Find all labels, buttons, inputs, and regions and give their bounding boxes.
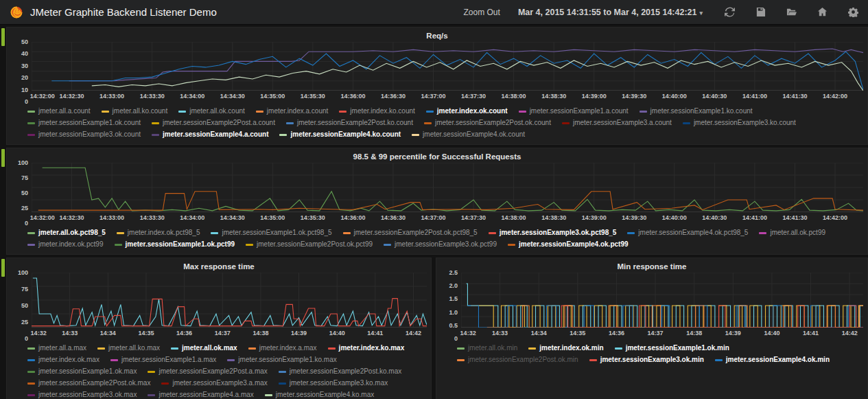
legend-series-marker — [384, 244, 391, 246]
y-axis-tick-label: 0 — [25, 220, 28, 227]
legend-item[interactable]: jmeter.sessionExample1.ok.min — [615, 344, 729, 352]
legend-item[interactable]: jmeter.sessionExample2Post.ok.min — [457, 356, 578, 364]
legend-item[interactable]: jmeter.all.ok.min — [457, 344, 517, 352]
legend-item[interactable]: jmeter.sessionExample1.a.max — [110, 356, 216, 364]
legend-series-marker — [148, 394, 155, 396]
legend-item[interactable]: jmeter.sessionExample3.a.max — [161, 379, 267, 387]
y-axis-tick-label: 30 — [21, 62, 28, 69]
legend-item[interactable]: jmeter.sessionExample1.a.count — [519, 107, 629, 115]
legend-item[interactable]: jmeter.all.ok.pct98_5 — [27, 229, 106, 237]
legend-item[interactable]: jmeter.sessionExample2Post.ok.pct98_5 — [343, 229, 478, 237]
legend-item[interactable]: jmeter.sessionExample1.ko.count — [640, 107, 753, 115]
x-axis-tick-label: 14:36 — [609, 330, 624, 337]
legend-item[interactable]: jmeter.sessionExample1.ok.pct98_5 — [211, 229, 331, 237]
legend-series-marker — [148, 371, 155, 373]
legend-series-label: jmeter.sessionExample2Post.ok.count — [435, 119, 551, 127]
panel-title[interactable]: Min response time — [441, 260, 863, 273]
legend-item[interactable]: jmeter.sessionExample2Post.ko.max — [279, 367, 401, 376]
x-axis-tick-label: 14:37 — [215, 330, 231, 337]
refresh-icon[interactable] — [725, 7, 735, 17]
legend-item[interactable]: jmeter.sessionExample3.a.count — [562, 119, 672, 127]
legend-item[interactable]: jmeter.sessionExample3.ko.max — [279, 379, 388, 387]
legend-item[interactable]: jmeter.all.ko.count — [102, 107, 168, 115]
plot-area[interactable] — [32, 273, 427, 328]
x-axis-tick-label: 14:38:30 — [541, 93, 566, 100]
legend-item[interactable]: jmeter.sessionExample3.ok.pct99 — [384, 240, 497, 249]
legend-item[interactable]: jmeter.sessionExample3.ko.count — [683, 119, 796, 127]
legend-item[interactable]: jmeter.all.ok.max — [171, 344, 237, 352]
y-axis: 0255075100 — [11, 273, 32, 339]
settings-icon[interactable] — [848, 7, 858, 17]
legend-item[interactable]: jmeter.index.a.count — [256, 107, 329, 115]
legend-item[interactable]: jmeter.all.ko.max — [97, 344, 160, 352]
time-range-picker[interactable]: Mar 4, 2015 14:31:55 to Mar 4, 2015 14:4… — [518, 8, 703, 17]
series-line — [32, 299, 427, 326]
grafana-logo[interactable] — [10, 5, 23, 19]
legend-item[interactable]: jmeter.sessionExample2Post.ok.max — [27, 379, 150, 387]
legend-item[interactable]: jmeter.sessionExample3.ok.pct98_5 — [489, 229, 617, 237]
legend-item[interactable]: jmeter.sessionExample4.a.max — [148, 391, 253, 399]
legend-series-label: jmeter.all.ko.count — [113, 107, 168, 115]
legend-item[interactable]: jmeter.sessionExample1.ok.max — [27, 367, 137, 376]
x-axis-tick-label: 14:35:00 — [260, 93, 285, 100]
legend-item[interactable]: jmeter.index.ok.count — [426, 107, 508, 115]
legend-item[interactable]: jmeter.index.ok.max — [27, 356, 99, 364]
legend-item[interactable]: jmeter.sessionExample4.ko.count — [279, 130, 401, 139]
legend-item[interactable]: jmeter.sessionExample1.ok.count — [27, 119, 141, 127]
legend-item[interactable]: jmeter.sessionExample4.ok.pct99 — [508, 240, 629, 249]
dashboard-body: Req/s 01020304050 14:32:0014:32:3014:33:… — [0, 25, 868, 399]
plot-area[interactable] — [461, 273, 863, 328]
legend-item[interactable]: jmeter.index.ko.max — [328, 344, 405, 352]
dashboard-title[interactable]: JMeter Graphite Backend Listener Demo — [30, 6, 217, 18]
panel-title[interactable]: Max response time — [11, 260, 427, 273]
legend-item[interactable]: jmeter.sessionExample2Post.a.max — [148, 367, 267, 376]
legend-item[interactable]: jmeter.sessionExample3.ok.min — [589, 356, 704, 364]
legend-item[interactable]: jmeter.all.a.max — [27, 344, 86, 352]
row-collapse-button[interactable] — [1, 259, 5, 277]
legend-series-label: jmeter.index.ok.max — [38, 356, 99, 364]
legend-item[interactable]: jmeter.sessionExample3.ok.count — [27, 130, 141, 139]
legend-item[interactable]: jmeter.sessionExample2Post.a.count — [152, 119, 275, 127]
legend-item[interactable]: jmeter.sessionExample4.ok.pct98_5 — [627, 229, 748, 237]
legend-item[interactable]: jmeter.sessionExample3.ok.max — [27, 391, 137, 399]
legend-item[interactable]: jmeter.sessionExample4.ko.max — [265, 391, 374, 399]
x-axis-tick-label: 14:32:30 — [60, 93, 84, 100]
legend-item[interactable]: jmeter.sessionExample1.ok.pct99 — [115, 240, 235, 249]
legend-series-label: jmeter.sessionExample3.ko.max — [290, 379, 388, 387]
panel-title[interactable]: Req/s — [11, 29, 863, 42]
home-icon[interactable] — [817, 7, 828, 17]
legend-item[interactable]: jmeter.sessionExample2Post.ok.count — [424, 119, 551, 127]
x-axis-tick-label: 14:35 — [138, 330, 154, 337]
legend-item[interactable]: jmeter.sessionExample2Post.ok.pct99 — [246, 240, 373, 249]
panel-title[interactable]: 98.5 & 99 percentile for Successful Requ… — [11, 150, 863, 163]
chart-canvas — [32, 42, 863, 91]
legend-series-marker — [683, 122, 690, 124]
legend-item[interactable]: jmeter.index.ko.count — [339, 107, 415, 115]
open-folder-icon[interactable] — [786, 7, 797, 17]
legend-item[interactable]: jmeter.sessionExample4.ok.min — [715, 356, 830, 364]
x-axis-tick-label: 14:41:00 — [742, 93, 767, 100]
plot-area[interactable] — [32, 163, 863, 212]
series-line — [43, 168, 863, 211]
plot-area[interactable] — [32, 42, 863, 91]
legend-series-marker — [115, 244, 122, 246]
legend-item[interactable]: jmeter.index.ok.pct99 — [27, 240, 104, 249]
y-axis: 01020304050 — [11, 42, 32, 102]
legend-item[interactable]: jmeter.all.ok.pct99 — [759, 229, 825, 237]
row-collapse-button[interactable] — [1, 149, 5, 167]
legend-item[interactable]: jmeter.index.a.max — [248, 344, 317, 352]
row-collapse-button[interactable] — [1, 28, 5, 46]
legend-item[interactable]: jmeter.index.ok.min — [528, 344, 603, 352]
zoom-out-button[interactable]: Zoom Out — [464, 8, 500, 17]
x-axis-tick-label: 14:36:00 — [340, 214, 365, 221]
legend-item[interactable]: jmeter.index.ok.pct98_5 — [117, 229, 200, 237]
legend-series-marker — [424, 122, 432, 124]
legend-item[interactable]: jmeter.all.a.count — [27, 107, 91, 115]
legend-item[interactable]: jmeter.sessionExample4.a.count — [152, 130, 269, 139]
legend-item[interactable]: jmeter.sessionExample2Post.ko.count — [286, 119, 413, 127]
legend-item[interactable]: jmeter.all.ok.count — [178, 107, 245, 115]
save-icon[interactable] — [755, 7, 766, 17]
x-axis-tick-label: 14:34:00 — [180, 214, 204, 221]
legend-item[interactable]: jmeter.sessionExample4.ok.count — [412, 130, 525, 139]
legend-item[interactable]: jmeter.sessionExample1.ko.max — [227, 356, 336, 364]
